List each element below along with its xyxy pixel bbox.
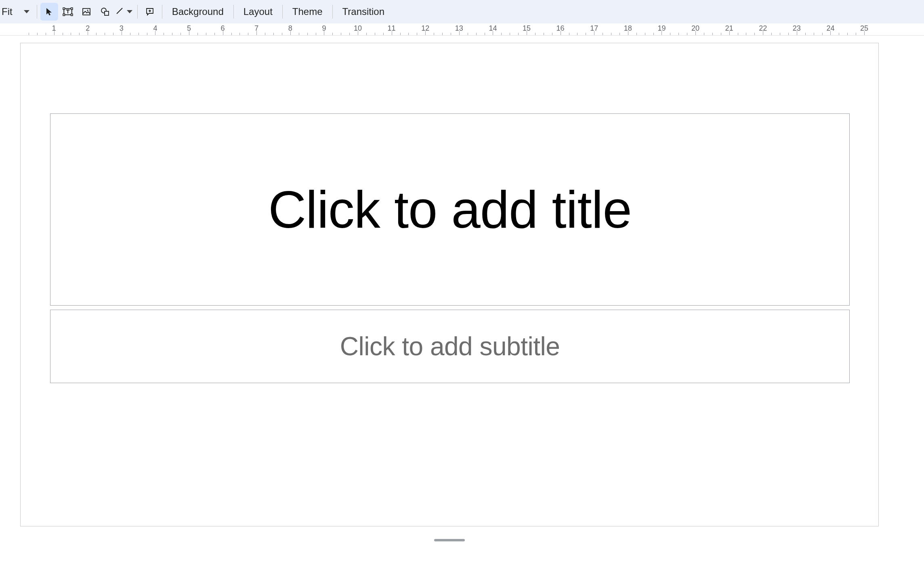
ruler-tick-minor <box>214 33 215 35</box>
ruler-label: 24 <box>826 24 834 33</box>
subtitle-placeholder[interactable]: Click to add subtitle <box>50 310 850 383</box>
ruler-tick-minor <box>451 33 451 35</box>
image-tool-button[interactable] <box>78 3 95 21</box>
toolbar-separator <box>162 5 162 19</box>
ruler-tick-minor <box>239 33 240 35</box>
ruler-label: 4 <box>153 24 157 33</box>
ruler-tick-minor <box>636 33 637 35</box>
layout-label: Layout <box>244 6 273 17</box>
ruler-tick-minor <box>273 33 274 35</box>
ruler-tick-minor <box>349 33 350 35</box>
ruler-tick-minor <box>197 33 198 35</box>
ruler-tick-minor <box>113 33 113 35</box>
ruler-tick-minor <box>501 33 502 35</box>
svg-point-6 <box>87 10 88 11</box>
ruler-tick-minor <box>417 33 417 35</box>
textbox-tool-button[interactable] <box>59 3 77 21</box>
ruler-tick-minor <box>383 33 384 35</box>
ruler-tick-minor <box>620 33 620 35</box>
ruler-tick-minor <box>603 33 603 35</box>
ruler-tick-minor <box>822 33 823 35</box>
ruler-tick-minor <box>265 33 265 35</box>
transition-button[interactable]: Transition <box>336 3 391 21</box>
cursor-icon <box>44 7 54 17</box>
toolbar-separator <box>233 5 234 19</box>
chevron-down-icon <box>127 10 132 13</box>
ruler-tick-minor <box>788 33 789 35</box>
horizontal-ruler[interactable]: 1234567891011121314151617181920212223242… <box>0 23 924 36</box>
ruler-tick-minor <box>231 33 232 35</box>
ruler-label: 19 <box>657 24 666 33</box>
title-placeholder-text: Click to add title <box>268 179 632 240</box>
ruler-label: 7 <box>254 24 258 33</box>
image-icon <box>82 7 91 17</box>
ruler-tick-minor <box>468 33 468 35</box>
ruler-label: 13 <box>455 24 463 33</box>
ruler-tick-minor <box>678 33 679 35</box>
ruler-tick-minor <box>408 33 409 35</box>
comment-add-icon <box>145 7 155 17</box>
ruler-tick-minor <box>299 33 299 35</box>
ruler-tick-minor <box>181 33 181 35</box>
ruler-tick-minor <box>442 33 443 35</box>
svg-rect-8 <box>105 11 109 15</box>
ruler-tick-minor <box>746 33 746 35</box>
title-placeholder[interactable]: Click to add title <box>50 113 850 306</box>
ruler-tick-minor <box>476 33 477 35</box>
ruler-tick-minor <box>712 33 713 35</box>
ruler-tick-minor <box>375 33 375 35</box>
ruler-tick-minor <box>780 33 780 35</box>
ruler-tick-minor <box>29 33 29 35</box>
ruler-tick-minor <box>105 33 105 35</box>
select-tool-button[interactable] <box>40 3 58 21</box>
line-tool-dropdown[interactable] <box>115 3 134 21</box>
theme-button[interactable]: Theme <box>286 3 329 21</box>
ruler-tick-minor <box>206 33 206 35</box>
ruler-tick-minor <box>366 33 367 35</box>
ruler-tick-minor <box>805 33 806 35</box>
zoom-dropdown[interactable]: Fit <box>0 2 34 21</box>
ruler-tick-minor <box>46 33 46 35</box>
ruler-tick-minor <box>63 33 63 35</box>
ruler-tick-minor <box>139 33 139 35</box>
ruler-tick-minor <box>341 33 341 35</box>
ruler-tick-minor <box>670 33 670 35</box>
toolbar-separator <box>137 5 138 19</box>
ruler-label: 17 <box>590 24 598 33</box>
toolbar-separator <box>282 5 283 19</box>
svg-rect-4 <box>71 14 72 15</box>
ruler-label: 2 <box>86 24 90 33</box>
ruler-tick-minor <box>847 33 848 35</box>
ruler-label: 10 <box>354 24 362 33</box>
canvas-area[interactable]: Click to add title Click to add subtitle <box>0 36 924 587</box>
ruler-tick-minor <box>552 33 552 35</box>
comment-button[interactable] <box>141 3 159 21</box>
ruler-tick-minor <box>400 33 401 35</box>
ruler-tick-minor <box>164 33 164 35</box>
ruler-label: 18 <box>624 24 632 33</box>
textbox-icon <box>63 6 73 17</box>
ruler-tick-minor <box>130 33 130 35</box>
ruler-tick-minor <box>510 33 510 35</box>
ruler-tick-minor <box>79 33 80 35</box>
transition-label: Transition <box>342 6 384 17</box>
ruler-tick-minor <box>248 33 248 35</box>
slide[interactable]: Click to add title Click to add subtitle <box>20 43 879 526</box>
ruler-tick-minor <box>544 33 544 35</box>
ruler-tick-minor <box>611 33 611 35</box>
ruler-label: 15 <box>523 24 531 33</box>
svg-rect-2 <box>71 8 72 9</box>
shape-tool-button[interactable] <box>96 3 114 21</box>
svg-line-9 <box>117 8 122 14</box>
ruler-tick-minor <box>282 33 282 35</box>
background-button[interactable]: Background <box>166 3 230 21</box>
speaker-notes-resize-handle[interactable] <box>434 539 465 541</box>
ruler-tick-minor <box>771 33 772 35</box>
ruler-tick-minor <box>307 33 308 35</box>
toolbar-separator <box>37 5 37 19</box>
ruler-tick-minor <box>586 33 586 35</box>
ruler-label: 16 <box>556 24 565 33</box>
ruler-tick-minor <box>172 33 172 35</box>
layout-button[interactable]: Layout <box>237 3 279 21</box>
ruler-label: 23 <box>793 24 801 33</box>
